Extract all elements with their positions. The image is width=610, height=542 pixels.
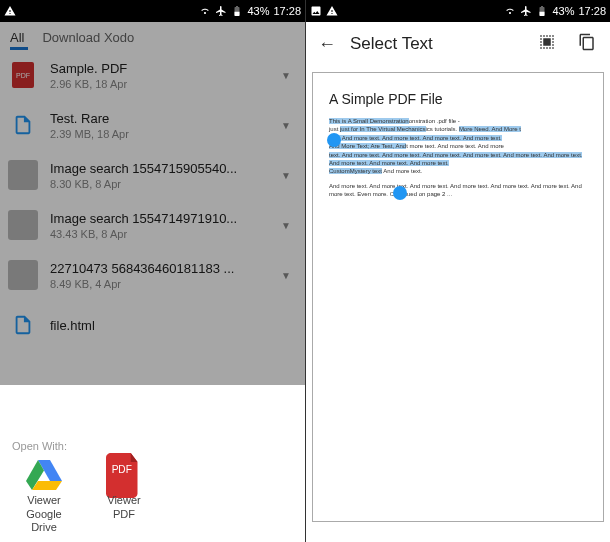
image-icon	[310, 5, 322, 17]
chevron-down-icon[interactable]: ▼	[275, 220, 297, 231]
file-name: Test. Rare	[50, 111, 263, 126]
chevron-down-icon[interactable]: ▼	[275, 70, 297, 81]
warning-icon	[326, 5, 338, 17]
pdf-app-icon: PDF	[106, 460, 142, 490]
svg-text:PDF: PDF	[112, 464, 132, 475]
tab-download[interactable]: Download Xodo	[42, 30, 134, 45]
file-name: Image search 1554715905540...	[50, 161, 263, 176]
tab-bar: All Download Xodo	[0, 22, 305, 51]
select-all-button[interactable]	[532, 29, 562, 59]
battery-percent: 43%	[247, 5, 269, 17]
pdf-page[interactable]: A Simple PDF File This is A Small Demons…	[312, 72, 604, 522]
header-title: Select Text	[350, 34, 522, 54]
list-item[interactable]: Image search 1554715905540...8.30 KB, 8 …	[0, 150, 305, 200]
wifi-icon	[199, 5, 211, 17]
file-icon	[12, 112, 34, 138]
file-icon	[12, 312, 34, 338]
clock: 17:28	[578, 5, 606, 17]
list-item[interactable]: Test. Rare2.39 MB, 18 Apr ▼	[0, 100, 305, 150]
file-name: Sample. PDF	[50, 61, 263, 76]
file-info: 2.39 MB, 18 Apr	[50, 128, 263, 140]
selection-handle-start[interactable]	[327, 133, 341, 147]
airplane-icon	[520, 5, 532, 17]
file-info: 43.43 KB, 8 Apr	[50, 228, 263, 240]
file-info: 8.30 KB, 8 Apr	[50, 178, 263, 190]
status-bar-left: 43% 17:28	[0, 0, 305, 22]
list-item[interactable]: PDF Sample. PDF2.96 KB, 18 Apr ▼	[0, 50, 305, 100]
back-button[interactable]: ←	[314, 30, 340, 59]
battery-icon	[536, 5, 548, 17]
file-browser-pane: 43% 17:28 All Download Xodo PDF Sample. …	[0, 0, 305, 542]
thumbnail-icon	[8, 210, 38, 240]
clock: 17:28	[273, 5, 301, 17]
list-item[interactable]: file.html	[0, 300, 305, 350]
pdf-paragraph: And more text. And more text. And more t…	[329, 182, 587, 199]
status-bar-right: 43% 17:28	[306, 0, 610, 22]
app-pdf-viewer[interactable]: PDF ViewerPDF	[92, 460, 156, 534]
chevron-down-icon[interactable]: ▼	[275, 270, 297, 281]
open-with-sheet: Open With: ViewerGoogle Drive PDF Viewer…	[0, 430, 305, 542]
battery-icon	[231, 5, 243, 17]
wifi-icon	[504, 5, 516, 17]
warning-icon	[4, 5, 16, 17]
pdf-icon: PDF	[12, 62, 34, 88]
app-google-drive[interactable]: ViewerGoogle Drive	[12, 460, 76, 534]
file-name: 22710473 568436460181183 ...	[50, 261, 263, 276]
thumbnail-icon	[8, 160, 38, 190]
list-item[interactable]: Image search 1554714971910...43.43 KB, 8…	[0, 200, 305, 250]
copy-button[interactable]	[572, 29, 602, 59]
file-name: Image search 1554714971910...	[50, 211, 263, 226]
airplane-icon	[215, 5, 227, 17]
file-name: file.html	[50, 318, 297, 333]
file-info: 8.49 KB, 4 Apr	[50, 278, 263, 290]
drive-icon	[26, 460, 62, 490]
tab-all[interactable]: All	[10, 30, 24, 45]
file-list: PDF Sample. PDF2.96 KB, 18 Apr ▼ Test. R…	[0, 50, 305, 350]
select-text-header: ← Select Text	[306, 22, 610, 66]
pdf-heading: A Simple PDF File	[329, 91, 587, 107]
selection-handle-end[interactable]	[393, 186, 407, 200]
list-item[interactable]: 22710473 568436460181183 ...8.49 KB, 4 A…	[0, 250, 305, 300]
chevron-down-icon[interactable]: ▼	[275, 170, 297, 181]
file-info: 2.96 KB, 18 Apr	[50, 78, 263, 90]
chevron-down-icon[interactable]: ▼	[275, 120, 297, 131]
battery-percent: 43%	[552, 5, 574, 17]
sheet-title: Open With:	[12, 440, 293, 452]
thumbnail-icon	[8, 260, 38, 290]
pdf-viewer-pane: 43% 17:28 ← Select Text A Simple PDF Fil…	[305, 0, 610, 542]
